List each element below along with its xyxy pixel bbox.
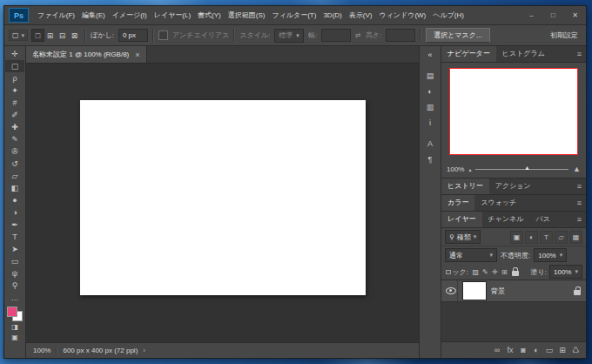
zoom-tool[interactable]: ⚲: [5, 280, 24, 292]
filter-smart-objects-icon[interactable]: ▦: [569, 231, 582, 244]
layer-filter-select[interactable]: ⚲ 種類 ▾: [445, 230, 481, 244]
info-icon[interactable]: i: [422, 117, 438, 128]
menu-image[interactable]: イメージ(I): [109, 6, 151, 24]
shape-tool[interactable]: ▭: [5, 255, 24, 267]
layer-row[interactable]: 背景: [441, 280, 586, 302]
tab-history[interactable]: ヒストリー: [441, 179, 489, 194]
rectangular-marquee-tool[interactable]: ▢: [5, 60, 24, 72]
intersect-selection-icon[interactable]: ⊠: [69, 30, 80, 41]
lock-pixels-icon[interactable]: ✎: [481, 268, 490, 276]
document-tab[interactable]: 名称未設定 1 @ 100% (RGB/8) ×: [26, 46, 147, 63]
menu-view[interactable]: 表示(V): [346, 6, 376, 24]
menu-layer[interactable]: レイヤー(L): [151, 6, 194, 24]
tab-actions[interactable]: アクション: [489, 179, 537, 194]
menu-3d[interactable]: 3D(D): [320, 6, 345, 24]
zoom-in-icon[interactable]: ▲: [573, 165, 581, 173]
tab-navigator[interactable]: ナビゲーター: [441, 46, 496, 62]
lasso-tool[interactable]: ρ: [5, 72, 24, 84]
lock-position-icon[interactable]: ✛: [490, 268, 500, 276]
eraser-tool[interactable]: ▱: [5, 170, 24, 182]
dodge-tool[interactable]: ◑: [5, 206, 24, 219]
subtract-selection-icon[interactable]: ⊟: [57, 30, 68, 41]
edit-toolbar-icon[interactable]: …: [5, 292, 24, 304]
clone-stamp-tool[interactable]: ✇: [5, 145, 24, 158]
menu-file[interactable]: ファイル(F): [34, 6, 78, 24]
zoom-out-icon[interactable]: ▴: [468, 166, 471, 172]
pen-tool[interactable]: ✒: [5, 219, 24, 231]
quick-mask-icon[interactable]: ◨: [5, 321, 24, 332]
menu-window[interactable]: ウィンドウ(W): [375, 6, 429, 24]
slider-thumb[interactable]: ▲: [524, 165, 530, 171]
menu-select[interactable]: 選択範囲(S): [225, 6, 269, 24]
delete-layer-icon[interactable]: ♺: [571, 346, 580, 354]
eyedropper-tool[interactable]: ✐: [5, 109, 24, 121]
minimize-button[interactable]: –: [521, 6, 542, 24]
panel-menu-icon[interactable]: ≡: [573, 46, 586, 62]
panel-menu-icon[interactable]: ≡: [573, 212, 586, 227]
filter-adjustment-layers-icon[interactable]: ◐: [525, 231, 538, 244]
height-input[interactable]: [386, 29, 415, 42]
libraries-icon[interactable]: ▥: [422, 101, 438, 112]
screen-mode-icon[interactable]: ▣: [5, 332, 24, 342]
filter-type-layers-icon[interactable]: T: [540, 231, 553, 244]
adjustments-icon[interactable]: ◐: [422, 85, 438, 97]
new-layer-icon[interactable]: ⊞: [558, 346, 567, 354]
width-input[interactable]: [321, 29, 351, 42]
tab-channels[interactable]: チャンネル: [482, 212, 530, 227]
paragraph-icon[interactable]: ¶: [422, 153, 438, 165]
lock-all-icon[interactable]: [512, 271, 519, 276]
fill-select[interactable]: 100% ▾: [549, 265, 582, 279]
menu-type[interactable]: 書式(Y): [194, 6, 225, 24]
path-selection-tool[interactable]: ➤: [5, 243, 24, 255]
group-layers-icon[interactable]: ▭: [545, 346, 554, 354]
tab-paths[interactable]: パス: [530, 212, 556, 227]
blur-tool[interactable]: ●: [5, 194, 24, 206]
brush-tool[interactable]: ✎: [5, 133, 24, 145]
feather-input[interactable]: 0 px: [118, 29, 148, 42]
tab-swatches[interactable]: スウォッチ: [474, 195, 522, 211]
link-layers-icon[interactable]: ∞: [493, 346, 501, 354]
status-zoom[interactable]: 100%: [33, 347, 50, 354]
quick-selection-tool[interactable]: ✦: [5, 84, 24, 97]
panel-menu-icon[interactable]: ≡: [573, 179, 586, 194]
layer-thumbnail[interactable]: [463, 282, 486, 300]
character-icon[interactable]: A: [422, 138, 438, 149]
move-tool[interactable]: ✛: [5, 48, 24, 60]
select-and-mask-button[interactable]: 選択とマスク...: [426, 28, 489, 43]
panel-menu-icon[interactable]: ≡: [573, 195, 586, 211]
layer-style-icon[interactable]: fx: [506, 346, 515, 354]
filter-shape-layers-icon[interactable]: ▱: [555, 231, 568, 244]
navigator-zoom-value[interactable]: 100%: [447, 165, 464, 173]
hand-tool[interactable]: ψ: [5, 267, 24, 280]
crop-tool[interactable]: #: [5, 97, 24, 109]
lock-artboard-icon[interactable]: ⊞: [500, 268, 509, 276]
properties-icon[interactable]: ▤: [422, 70, 438, 81]
close-tab-icon[interactable]: ×: [135, 51, 139, 59]
workspace-switcher[interactable]: 初期設定: [550, 30, 582, 40]
filter-pixel-layers-icon[interactable]: ▣: [510, 231, 523, 244]
tab-color[interactable]: カラー: [441, 195, 474, 211]
maximize-button[interactable]: □: [542, 6, 564, 24]
type-tool[interactable]: T: [5, 231, 24, 243]
add-selection-icon[interactable]: ⊞: [44, 30, 56, 41]
tab-histogram[interactable]: ヒストグラム: [496, 46, 551, 62]
tab-layers[interactable]: レイヤー: [441, 212, 482, 227]
expand-panels-icon[interactable]: «: [422, 49, 438, 60]
antialias-checkbox[interactable]: [158, 30, 168, 40]
navigator-preview[interactable]: [449, 68, 578, 155]
navigator-view-box[interactable]: [449, 68, 578, 155]
visibility-cell[interactable]: [445, 280, 458, 301]
menu-filter[interactable]: フィルター(T): [268, 6, 320, 24]
menu-help[interactable]: ヘルプ(H): [429, 6, 468, 24]
blend-mode-select[interactable]: 通常 ▾: [445, 248, 497, 262]
new-selection-icon[interactable]: □: [32, 30, 44, 41]
status-chevron-icon[interactable]: ›: [143, 347, 145, 354]
adjustment-layer-icon[interactable]: ◐: [532, 346, 541, 354]
navigator-zoom-slider[interactable]: ▲: [475, 165, 568, 173]
opacity-select[interactable]: 100% ▾: [534, 248, 567, 262]
tool-preset-picker[interactable]: ▢ ▾: [9, 30, 28, 41]
foreground-color-swatch[interactable]: [7, 307, 17, 317]
spot-healing-brush-tool[interactable]: ✚: [5, 121, 24, 133]
layer-mask-icon[interactable]: ◙: [519, 346, 528, 354]
swap-dimensions-icon[interactable]: ⇄: [355, 31, 361, 39]
